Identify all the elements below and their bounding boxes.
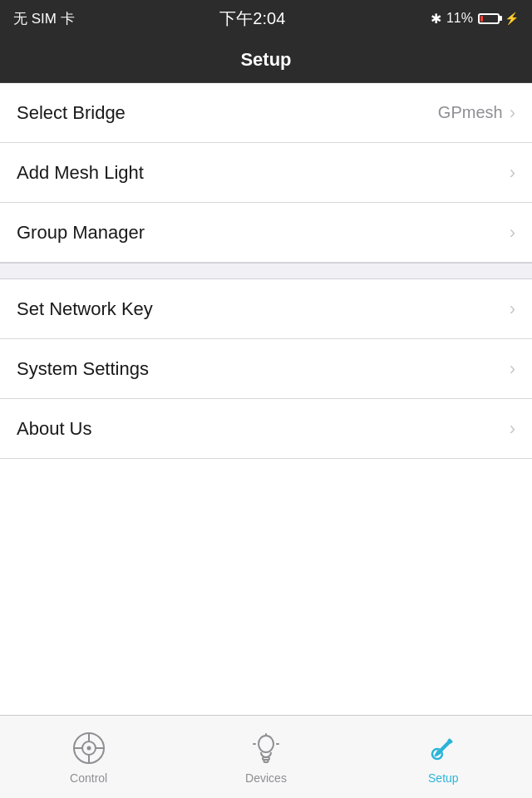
menu-section-1: Select Bridge GPmesh › Add Mesh Light › … — [0, 83, 532, 263]
tab-control-label: Control — [70, 771, 107, 785]
menu-item-about-us[interactable]: About Us › — [0, 399, 532, 459]
menu-item-right-about-us: › — [510, 418, 515, 440]
clock: 下午2:04 — [219, 7, 285, 30]
menu-item-right-set-network-key: › — [510, 298, 515, 320]
menu-item-system-settings[interactable]: System Settings › — [0, 339, 532, 399]
menu-item-label-about-us: About Us — [17, 418, 92, 440]
menu-item-right-group-manager: › — [510, 222, 515, 244]
menu-item-right-system-settings: › — [510, 358, 515, 380]
menu-item-set-network-key[interactable]: Set Network Key › — [0, 279, 532, 339]
chevron-right-icon: › — [510, 162, 515, 184]
sim-status: 无 SIM 卡 — [13, 9, 75, 28]
menu-item-label-set-network-key: Set Network Key — [17, 298, 153, 320]
chevron-right-icon: › — [510, 222, 515, 244]
menu-item-right-select-bridge: GPmesh › — [438, 102, 515, 124]
battery-icon — [478, 13, 500, 24]
svg-point-7 — [259, 736, 273, 752]
content-area: Select Bridge GPmesh › Add Mesh Light › … — [0, 83, 532, 715]
chevron-right-icon: › — [510, 418, 515, 440]
menu-section-2: Set Network Key › System Settings › Abou… — [0, 279, 532, 459]
menu-item-select-bridge[interactable]: Select Bridge GPmesh › — [0, 83, 532, 143]
page-title: Setup — [240, 49, 291, 71]
status-right: ✱ 11% ⚡ — [431, 11, 519, 27]
menu-item-label-group-manager: Group Manager — [17, 222, 145, 244]
tab-devices[interactable]: Devices — [177, 716, 354, 798]
tab-bar: Control Devices — [0, 715, 532, 798]
menu-item-label-system-settings: System Settings — [17, 358, 149, 380]
control-icon — [71, 730, 107, 766]
section-separator — [0, 263, 532, 279]
menu-item-add-mesh-light[interactable]: Add Mesh Light › — [0, 143, 532, 203]
menu-item-label-select-bridge: Select Bridge — [17, 102, 126, 124]
tab-setup[interactable]: Setup — [355, 716, 532, 798]
menu-item-group-manager[interactable]: Group Manager › — [0, 203, 532, 263]
tab-devices-label: Devices — [245, 771, 287, 785]
chevron-right-icon: › — [510, 358, 515, 380]
tab-control[interactable]: Control — [0, 716, 177, 798]
status-bar: 无 SIM 卡 下午2:04 ✱ 11% ⚡ — [0, 0, 532, 37]
menu-item-value-select-bridge: GPmesh — [438, 103, 503, 122]
charging-bolt-icon: ⚡ — [505, 12, 519, 25]
battery-percent: 11% — [446, 11, 473, 26]
svg-rect-16 — [439, 738, 453, 752]
tab-setup-label: Setup — [428, 771, 459, 785]
bluetooth-icon: ✱ — [431, 11, 441, 27]
chevron-right-icon: › — [510, 298, 515, 320]
devices-icon — [248, 730, 284, 766]
menu-item-label-add-mesh-light: Add Mesh Light — [17, 162, 144, 184]
setup-icon — [425, 730, 461, 766]
svg-point-2 — [86, 746, 91, 750]
chevron-right-icon: › — [510, 102, 515, 124]
svg-rect-9 — [264, 760, 268, 762]
menu-item-right-add-mesh-light: › — [510, 162, 515, 184]
nav-bar: Setup — [0, 37, 532, 83]
